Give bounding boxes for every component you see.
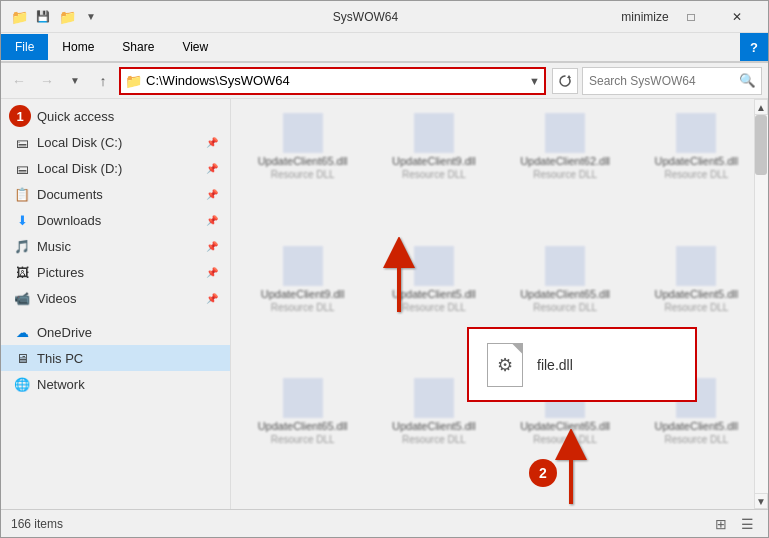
file-sub: Resource DLL xyxy=(533,434,597,445)
file-name: UpdateClient9.dll xyxy=(261,288,345,300)
file-name: UpdateClient9.dll xyxy=(392,155,476,167)
file-name: UpdateClient65.dll xyxy=(258,155,348,167)
local-disk-d-icon: 🖴 xyxy=(13,159,31,177)
sidebar-item-label: Network xyxy=(37,377,85,392)
file-icon xyxy=(676,113,716,153)
list-view-button[interactable]: ☰ xyxy=(736,513,758,535)
address-input-wrap: 📁 ▼ xyxy=(119,67,546,95)
sidebar-item-videos[interactable]: 📹 Videos 📌 xyxy=(1,285,230,311)
file-explorer-window: 📁 💾 📁 ▼ SysWOW64 minimize □ ✕ File Home … xyxy=(0,0,769,538)
address-bar: ← → ▼ ↑ 📁 ▼ 🔍 xyxy=(1,63,768,99)
sidebar-item-local-disk-c[interactable]: 🖴 Local Disk (C:) 📌 xyxy=(1,129,230,155)
list-item[interactable]: UpdateClient62.dll Resource DLL xyxy=(502,107,629,236)
sidebar-item-label: Pictures xyxy=(37,265,84,280)
file-name: UpdateClient65.dll xyxy=(520,420,610,432)
minimize-button[interactable]: minimize xyxy=(622,1,668,33)
onedrive-icon: ☁ xyxy=(13,323,31,341)
recent-locations-button[interactable]: ▼ xyxy=(63,69,87,93)
list-item[interactable]: UpdateClient9.dll Resource DLL xyxy=(239,240,366,369)
scroll-down-button[interactable]: ▼ xyxy=(754,493,768,509)
file-name: UpdateClient5.dll xyxy=(392,288,476,300)
sidebar-item-label: Quick access xyxy=(37,109,114,124)
sidebar-item-label: OneDrive xyxy=(37,325,92,340)
grid-view-button[interactable]: ⊞ xyxy=(710,513,732,535)
file-icon xyxy=(676,246,716,286)
sidebar-item-music[interactable]: 🎵 Music 📌 xyxy=(1,233,230,259)
sidebar-item-this-pc[interactable]: 🖥 This PC xyxy=(1,345,230,371)
file-sub: Resource DLL xyxy=(271,302,335,313)
close-button[interactable]: ✕ xyxy=(714,1,760,33)
list-item[interactable]: UpdateClient9.dll Resource DLL xyxy=(370,107,497,236)
scroll-up-button[interactable]: ▲ xyxy=(754,99,768,115)
address-dropdown-icon[interactable]: ▼ xyxy=(529,75,540,87)
tab-home[interactable]: Home xyxy=(48,34,108,60)
sidebar-item-downloads[interactable]: ⬇ Downloads 📌 xyxy=(1,207,230,233)
file-icon xyxy=(283,378,323,418)
file-name: UpdateClient5.dll xyxy=(654,155,738,167)
sidebar-item-label: Local Disk (D:) xyxy=(37,161,122,176)
badge-1: 1 xyxy=(9,105,31,127)
window-title: SysWOW64 xyxy=(109,10,622,24)
main-layout: ★ Quick access 1 🖴 Local Disk (C:) 📌 🖴 L… xyxy=(1,99,768,509)
sidebar-item-quick-access[interactable]: ★ Quick access 1 xyxy=(1,103,230,129)
content-area: UpdateClient65.dll Resource DLL UpdateCl… xyxy=(231,99,768,509)
forward-button[interactable]: → xyxy=(35,69,59,93)
file-sub: Resource DLL xyxy=(402,169,466,180)
pin-icon: 📌 xyxy=(206,241,218,252)
file-icon xyxy=(414,113,454,153)
gear-icon: ⚙ xyxy=(497,354,513,376)
maximize-button[interactable]: □ xyxy=(668,1,714,33)
pin-icon: 📌 xyxy=(206,189,218,200)
list-item[interactable]: UpdateClient65.dll Resource DLL xyxy=(239,107,366,236)
sidebar-item-pictures[interactable]: 🖼 Pictures 📌 xyxy=(1,259,230,285)
dropdown-arrow-icon: ▼ xyxy=(81,7,101,27)
list-item[interactable]: UpdateClient65.dll Resource DLL xyxy=(239,372,366,501)
title-bar: 📁 💾 📁 ▼ SysWOW64 minimize □ ✕ xyxy=(1,1,768,33)
file-sub: Resource DLL xyxy=(271,434,335,445)
videos-icon: 📹 xyxy=(13,289,31,307)
search-wrap: 🔍 xyxy=(582,67,762,95)
title-bar-controls: minimize □ ✕ xyxy=(622,1,760,33)
file-icon xyxy=(414,378,454,418)
address-input[interactable] xyxy=(146,73,529,88)
window-folder-icon: 📁 xyxy=(9,7,29,27)
file-sub: Resource DLL xyxy=(402,434,466,445)
file-sub: Resource DLL xyxy=(533,169,597,180)
sidebar-item-label: Local Disk (C:) xyxy=(37,135,122,150)
refresh-button[interactable] xyxy=(552,68,578,94)
sidebar-item-label: Videos xyxy=(37,291,77,306)
file-name: UpdateClient5.dll xyxy=(392,420,476,432)
tab-view[interactable]: View xyxy=(168,34,222,60)
view-controls: ⊞ ☰ xyxy=(710,513,758,535)
sidebar-item-onedrive[interactable]: ☁ OneDrive xyxy=(1,319,230,345)
search-input[interactable] xyxy=(589,74,739,88)
item-count: 166 items xyxy=(11,517,63,531)
ribbon-tabs: File Home Share View ? xyxy=(1,33,768,62)
window-folder2-icon: 📁 xyxy=(57,7,77,27)
pin-icon: 📌 xyxy=(206,137,218,148)
local-disk-c-icon: 🖴 xyxy=(13,133,31,151)
file-icon xyxy=(545,246,585,286)
back-button[interactable]: ← xyxy=(7,69,31,93)
dll-file-icon: ⚙ xyxy=(483,340,527,390)
scroll-thumb[interactable] xyxy=(755,115,767,175)
pin-icon: 📌 xyxy=(206,293,218,304)
tab-file[interactable]: File xyxy=(1,34,48,60)
svg-marker-0 xyxy=(567,75,571,78)
window-save-icon: 💾 xyxy=(33,7,53,27)
pin-icon: 📌 xyxy=(206,163,218,174)
sidebar-item-label: Downloads xyxy=(37,213,101,228)
tab-share[interactable]: Share xyxy=(108,34,168,60)
sidebar: ★ Quick access 1 🖴 Local Disk (C:) 📌 🖴 L… xyxy=(1,99,231,509)
list-item[interactable]: UpdateClient5.dll Resource DLL xyxy=(633,107,760,236)
pictures-icon: 🖼 xyxy=(13,263,31,281)
sidebar-item-documents[interactable]: 📋 Documents 📌 xyxy=(1,181,230,207)
sidebar-item-local-disk-d[interactable]: 🖴 Local Disk (D:) 📌 xyxy=(1,155,230,181)
highlighted-file[interactable]: ⚙ file.dll xyxy=(467,327,697,402)
status-bar: 166 items ⊞ ☰ xyxy=(1,509,768,537)
badge-2: 2 xyxy=(529,459,557,487)
sidebar-item-network[interactable]: 🌐 Network xyxy=(1,371,230,397)
search-button[interactable]: 🔍 xyxy=(739,73,756,88)
help-button[interactable]: ? xyxy=(740,33,768,61)
up-button[interactable]: ↑ xyxy=(91,69,115,93)
